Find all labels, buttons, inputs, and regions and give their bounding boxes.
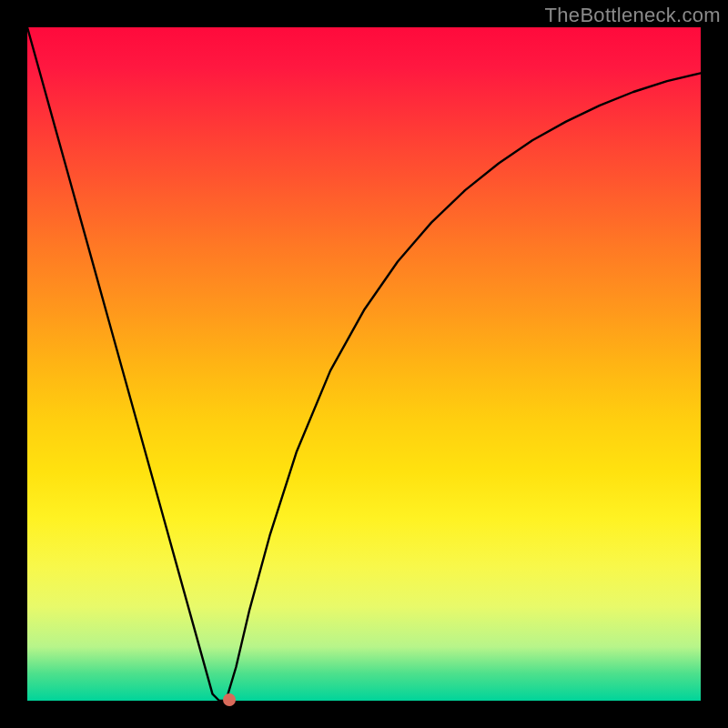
bottleneck-curve — [27, 27, 701, 701]
watermark-text: TheBottleneck.com — [545, 4, 721, 27]
optimum-marker — [223, 693, 236, 706]
curve-layer — [27, 27, 701, 701]
chart-stage: TheBottleneck.com — [0, 0, 728, 728]
